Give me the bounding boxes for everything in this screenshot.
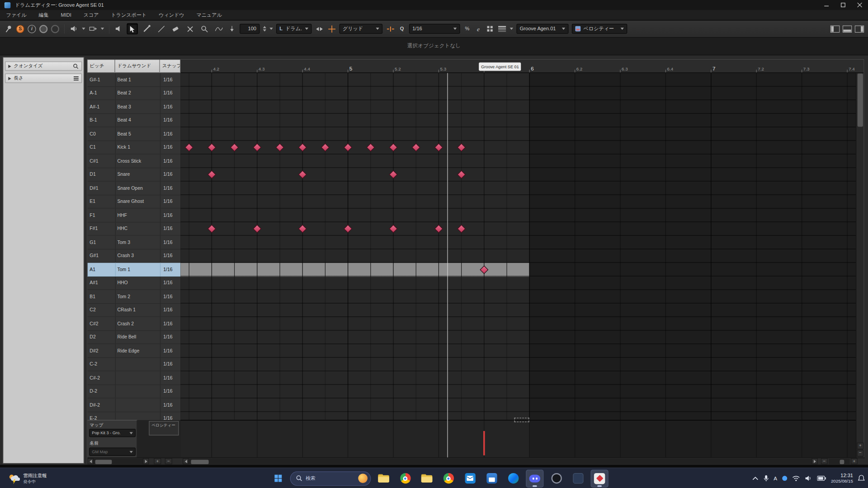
inspector-section-クオンタイズ[interactable]: クオンタイズ [5, 61, 82, 71]
velocity-bar[interactable] [483, 431, 485, 455]
hzoom-in-button[interactable]: + [851, 458, 858, 464]
vertical-scrollbar-thumb[interactable] [858, 74, 863, 127]
auto-select-icon[interactable] [89, 23, 98, 34]
drum-list-row[interactable]: F1HHF1/16 [87, 209, 180, 222]
taskbar-app-edge[interactable] [505, 469, 522, 487]
lower-zone-toggle[interactable] [843, 23, 852, 34]
tray-chevron-up-icon[interactable] [752, 476, 758, 480]
grid-scroll-right-button[interactable] [811, 458, 817, 464]
menu-item-編集[interactable]: 編集 [33, 10, 55, 20]
left-zone-toggle[interactable] [830, 23, 840, 34]
feedback-caret-icon[interactable] [82, 28, 85, 30]
weather-widget[interactable]: 雷雨注意報 発令中 [5, 468, 50, 488]
taskbar-app-folder[interactable] [418, 469, 435, 487]
name-map-select[interactable]: GM Map [89, 448, 136, 456]
record-circle-button[interactable] [39, 24, 47, 33]
microphone-icon[interactable] [763, 475, 769, 482]
pin-icon[interactable] [4, 23, 13, 34]
hzoom-out-button[interactable]: − [821, 458, 828, 464]
drum-map-select[interactable]: Pop Kit 3 - Gro. [89, 429, 136, 437]
drum-list-row[interactable]: B1Tom 21/16 [87, 290, 180, 304]
drum-list-row[interactable]: G1Tom 31/16 [87, 236, 180, 249]
note-grid[interactable] [180, 73, 856, 420]
drum-list-row[interactable]: E1Snare Ghost1/16 [87, 195, 180, 209]
snap-icon[interactable] [386, 23, 395, 34]
battery-icon[interactable] [817, 476, 826, 481]
acoustic-feedback-icon[interactable] [70, 23, 79, 34]
list-scroll-left-button[interactable] [87, 458, 93, 464]
search-box[interactable]: 検索 [290, 471, 371, 486]
quantize-select[interactable]: 1/16 [409, 24, 460, 34]
drum-list-row[interactable]: F#1HHC1/16 [87, 222, 180, 236]
column-header-step[interactable]: スナップ [160, 60, 180, 73]
inspector-section-icon[interactable] [73, 63, 79, 69]
inspector-section-icon[interactable] [74, 76, 79, 80]
hzoom-slider-track[interactable] [829, 459, 850, 464]
crosshair-icon[interactable] [327, 23, 336, 34]
part-select[interactable]: Groove Agen.01 [516, 24, 568, 34]
grid-type-select[interactable]: グリッド [340, 24, 383, 34]
ime-mode-indicator[interactable]: A [774, 475, 777, 481]
list-zoom-in-button[interactable]: + [154, 458, 161, 464]
volume-icon[interactable] [805, 475, 812, 481]
taskbar-app-file-explorer[interactable] [375, 469, 392, 487]
iterative-quantize-button[interactable]: % [463, 26, 471, 32]
list-scroll-right-button[interactable] [143, 458, 149, 464]
quantize-panel-button[interactable]: e [474, 25, 482, 32]
taskbar-app-chrome[interactable] [396, 469, 414, 487]
right-zone-toggle[interactable] [855, 23, 864, 34]
wifi-icon[interactable] [792, 475, 800, 481]
speaker-icon[interactable] [114, 23, 123, 34]
drum-list-row[interactable]: A1Tom 11/16 [87, 263, 180, 277]
zoom-tool[interactable] [199, 23, 210, 34]
tray-app-icon[interactable] [782, 476, 787, 481]
drum-list-row[interactable]: C#2Crash 21/16 [87, 317, 180, 331]
minimize-button[interactable] [818, 0, 835, 10]
menu-item-スコア[interactable]: スコア [77, 10, 105, 20]
drum-list-row[interactable]: G#1Crash 31/16 [87, 249, 180, 263]
start-button[interactable] [269, 470, 286, 487]
length-quantize-select[interactable]: L ドラム. [276, 24, 311, 34]
drum-list-row[interactable]: C-21/16 [87, 358, 180, 371]
nudge-icon[interactable] [315, 23, 324, 34]
info-button[interactable]: i [28, 24, 36, 33]
menu-item-MIDI[interactable]: MIDI [55, 10, 77, 20]
drum-list-row[interactable]: D2Ride Bell1/16 [87, 331, 180, 344]
vzoom-out-button[interactable]: − [857, 450, 864, 457]
menu-item-ウィンドウ[interactable]: ウィンドウ [153, 10, 190, 20]
eraser-tool[interactable] [170, 23, 181, 34]
mute-tool[interactable] [184, 23, 195, 34]
drum-list-row[interactable]: D#-21/16 [87, 399, 180, 412]
velocity-stepper[interactable] [263, 26, 266, 32]
list-scrollbar-thumb[interactable] [95, 460, 112, 465]
drum-list-row[interactable]: D#1Snare Open1/16 [87, 182, 180, 195]
velocity-lane-selector[interactable]: ベロシティー [149, 421, 179, 436]
vzoom-in-button[interactable]: + [857, 443, 864, 450]
object-selection-tool[interactable] [127, 23, 137, 34]
auto-select-caret-icon[interactable] [101, 28, 104, 30]
grid-scroll-left-button[interactable] [183, 458, 189, 464]
taskbar-app-chrome-profile[interactable] [439, 469, 457, 487]
lanes-icon[interactable] [498, 23, 507, 34]
solo-button[interactable]: S [16, 24, 24, 33]
drum-list-row[interactable]: G#-1Beat 11/16 [87, 73, 180, 87]
drum-list-row[interactable]: C2CRash 11/16 [87, 304, 180, 317]
drum-list-row[interactable]: C1Kick 11/16 [87, 141, 180, 155]
taskbar-app-obs[interactable] [547, 469, 565, 487]
controller-setup-icon[interactable] [486, 23, 495, 34]
grid-scrollbar-thumb[interactable] [191, 460, 208, 465]
project-cursor[interactable] [448, 73, 448, 458]
list-scrollbar-track[interactable] [94, 459, 143, 464]
velocity-caret-icon[interactable] [269, 28, 273, 30]
drum-list-row[interactable]: A#1HHO1/16 [87, 277, 180, 290]
taskbar-clock[interactable]: 12:31 2025/08/15 [831, 473, 853, 484]
drum-list-row[interactable]: B-1Beat 41/16 [87, 114, 180, 127]
drum-list-row[interactable]: C0Beat 51/16 [87, 127, 180, 141]
drum-list-row[interactable]: D1Snare1/16 [87, 168, 180, 182]
hzoom-slider-thumb[interactable] [840, 460, 844, 465]
taskbar-app-outlook[interactable] [461, 469, 479, 487]
menu-item-ファイル[interactable]: ファイル [0, 10, 33, 20]
drum-list-row[interactable]: A#-1Beat 31/16 [87, 100, 180, 114]
lanes-caret-icon[interactable] [510, 28, 513, 30]
part-name-marker[interactable]: Groove Agent SE 01 [479, 62, 521, 70]
